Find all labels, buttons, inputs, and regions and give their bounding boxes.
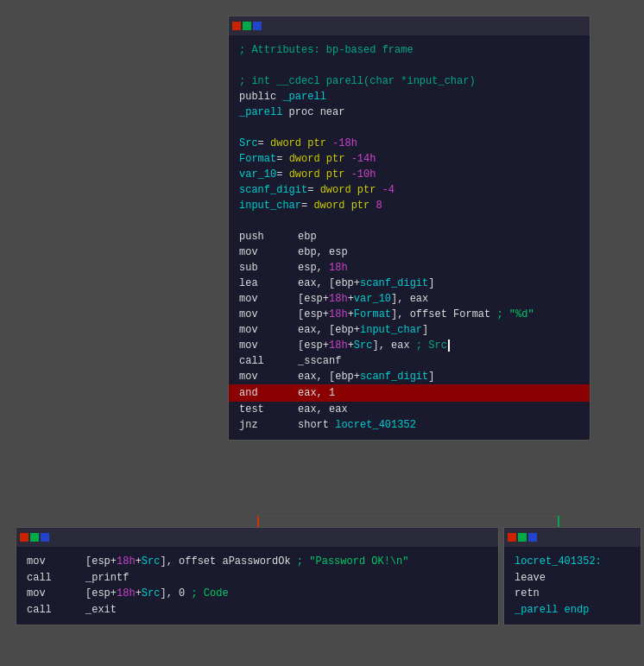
blue-icon-bl	[41, 533, 49, 542]
main-code-area: ; Attributes: bp-based frame ; int __cde…	[229, 35, 590, 440]
line-blank-2	[239, 120, 579, 136]
bl-line-4: call_exit	[27, 602, 488, 618]
bl-line-3: mov[esp+18h+Src], 0 ; Code	[27, 586, 488, 602]
line-mov-var10: mov[esp+18h+var_10], eax	[239, 291, 579, 307]
line-test: testeax, eax	[239, 402, 579, 417]
main-code-window: ; Attributes: bp-based frame ; int __cde…	[228, 16, 590, 441]
green-icon	[243, 22, 251, 30]
line-mov-inputchar: moveax, [ebp+input_char]	[239, 322, 579, 338]
line-mov-format: mov[esp+18h+Format], offset Format ; "%d…	[239, 307, 579, 322]
line-format: Format= dword ptr -14h	[239, 151, 579, 167]
line-src: Src= dword ptr -18h	[239, 136, 579, 151]
line-and-highlight: andeax, 1	[229, 384, 590, 402]
bl-line-1: mov[esp+18h+Src], offset aPasswordOk ; "…	[27, 554, 488, 570]
blue-icon	[253, 22, 262, 30]
titlebar-icons	[232, 22, 262, 30]
red-icon-bl	[20, 533, 28, 542]
line-5: _parell proc near	[239, 105, 579, 120]
br-line-1: locret_401352:	[515, 554, 630, 570]
bottom-left-titlebar	[16, 528, 498, 547]
green-icon-br	[518, 533, 527, 542]
bottom-right-code: locret_401352: leave retn _parell endp	[504, 547, 641, 625]
line-mov-scanf-digit: moveax, [ebp+scanf_digit]	[239, 369, 579, 384]
line-1: ; Attributes: bp-based frame	[239, 42, 579, 58]
line-scanf-digit: scanf_digit= dword ptr -4	[239, 182, 579, 198]
bottom-left-window: mov[esp+18h+Src], offset aPasswordOk ; "…	[16, 527, 499, 625]
blue-icon-br	[528, 533, 537, 542]
green-icon-bl	[30, 533, 39, 542]
line-blank-3	[239, 213, 579, 229]
line-input-char: input_char= dword ptr 8	[239, 198, 579, 213]
line-mov-ebp: movebp, esp	[239, 244, 579, 260]
br-line-2: leave	[515, 570, 630, 587]
bl-line-2: call_printf	[27, 570, 488, 587]
br-line-4: _parell endp	[515, 602, 630, 618]
line-push: pushebp	[239, 229, 579, 244]
red-icon-br	[508, 533, 516, 542]
line-4: public _parell	[239, 89, 579, 105]
line-mov-src: mov[esp+18h+Src], eax ; Src	[239, 338, 579, 353]
line-var10: var_10= dword ptr -10h	[239, 167, 579, 182]
line-jnz: jnzshort locret_401352	[239, 417, 579, 433]
bottom-right-titlebar	[504, 528, 641, 547]
bottom-left-icons	[20, 533, 49, 542]
line-blank-1	[239, 58, 579, 73]
line-3: ; int __cdecl parell(char *input_char)	[239, 73, 579, 89]
main-titlebar	[229, 16, 590, 35]
bottom-left-code: mov[esp+18h+Src], offset aPasswordOk ; "…	[16, 547, 498, 625]
line-lea: leaeax, [ebp+scanf_digit]	[239, 276, 579, 291]
br-line-3: retn	[515, 586, 630, 602]
bottom-right-icons	[508, 533, 537, 542]
bottom-right-window: locret_401352: leave retn _parell endp	[503, 527, 641, 625]
line-sub: subesp, 18h	[239, 260, 579, 276]
red-icon	[232, 22, 241, 30]
line-call-sscanf: call_sscanf	[239, 353, 579, 369]
